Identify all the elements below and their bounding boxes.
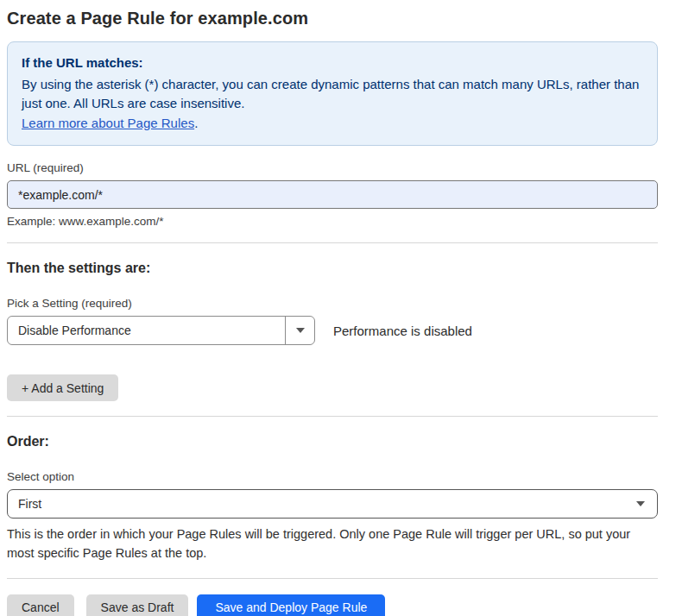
order-select[interactable]: First xyxy=(7,489,658,519)
order-section-heading: Order: xyxy=(7,434,658,449)
setting-select-arrow-button[interactable] xyxy=(285,317,314,344)
link-suffix: . xyxy=(194,116,198,130)
divider xyxy=(7,242,658,243)
info-box-body: By using the asterisk (*) character, you… xyxy=(22,75,643,114)
setting-status-text: Performance is disabled xyxy=(333,324,472,338)
info-box-heading: If the URL matches: xyxy=(22,53,643,73)
save-as-draft-button[interactable]: Save as Draft xyxy=(86,594,189,616)
divider xyxy=(7,578,658,579)
url-example-text: Example: www.example.com/* xyxy=(7,215,658,228)
url-match-info-box: If the URL matches: By using the asteris… xyxy=(7,41,658,146)
divider xyxy=(7,416,658,417)
chevron-down-icon xyxy=(636,501,645,506)
settings-section-heading: Then the settings are: xyxy=(7,261,658,276)
learn-more-link[interactable]: Learn more about Page Rules xyxy=(22,116,194,130)
pick-setting-label: Pick a Setting (required) xyxy=(7,297,658,310)
setting-row: Disable Performance Performance is disab… xyxy=(7,316,658,345)
page-title: Create a Page Rule for example.com xyxy=(7,9,658,28)
add-setting-button[interactable]: + Add a Setting xyxy=(7,374,118,401)
form-actions: Cancel Save as Draft Save and Deploy Pag… xyxy=(7,594,658,616)
setting-select-value: Disable Performance xyxy=(8,317,285,344)
chevron-down-icon xyxy=(296,328,305,333)
order-help-text: This is the order in which your Page Rul… xyxy=(7,525,656,563)
order-select-value: First xyxy=(18,497,636,511)
url-field-label: URL (required) xyxy=(7,161,658,174)
info-box-link-line: Learn more about Page Rules. xyxy=(22,114,643,134)
cancel-button[interactable]: Cancel xyxy=(7,594,74,616)
url-input[interactable] xyxy=(7,180,658,209)
create-page-rule-form: Create a Page Rule for example.com If th… xyxy=(0,0,658,616)
order-select-label: Select option xyxy=(7,470,658,483)
save-and-deploy-button[interactable]: Save and Deploy Page Rule xyxy=(197,594,385,616)
setting-select[interactable]: Disable Performance xyxy=(7,316,315,345)
